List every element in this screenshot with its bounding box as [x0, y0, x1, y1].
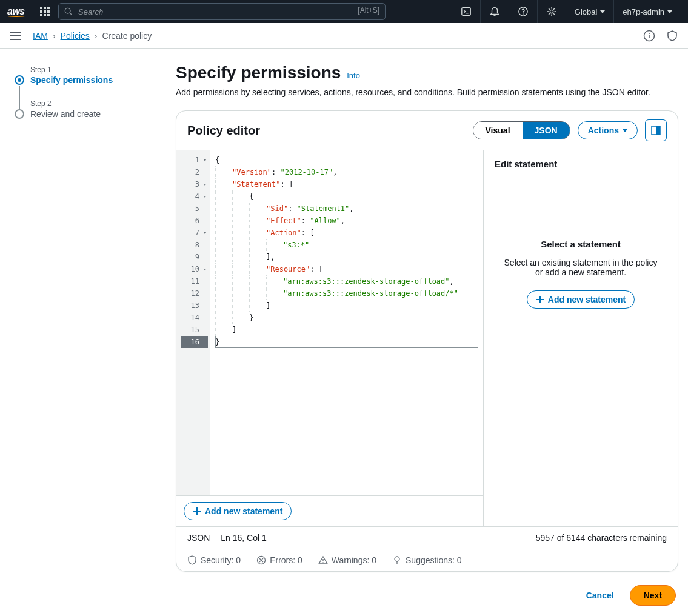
add-statement-button[interactable]: Add new statement	[184, 502, 292, 520]
toggle-side-panel-button[interactable]	[645, 119, 667, 141]
services-grid-icon[interactable]	[40, 7, 50, 16]
caret-down-icon	[667, 10, 672, 13]
search-input[interactable]	[58, 3, 386, 20]
next-button[interactable]: Next	[630, 585, 676, 606]
add-statement-label: Add new statement	[205, 506, 282, 516]
step-title: Specify permissions	[30, 75, 176, 85]
editor-mode: JSON	[187, 533, 210, 543]
panel-header: Policy editor Visual JSON Actions	[176, 111, 678, 150]
breadcrumb: IAM › Policies › Create policy	[33, 31, 152, 41]
search-container: [Alt+S]	[58, 3, 386, 20]
svg-point-6	[550, 10, 553, 13]
panel-collapse-icon	[650, 125, 661, 136]
tab-json[interactable]: JSON	[523, 122, 570, 139]
aws-logo-text: aws	[7, 6, 25, 16]
side-panel-title: Edit statement	[495, 159, 667, 169]
editor-mode-toggle: Visual JSON	[473, 121, 570, 139]
code-editor[interactable]: 12345678910111213141516 {"Version": "201…	[176, 150, 483, 495]
actions-dropdown[interactable]: Actions	[578, 121, 638, 139]
menu-toggle-icon[interactable]	[10, 32, 21, 40]
step-title: Review and create	[30, 109, 176, 119]
side-add-statement-button[interactable]: Add new statement	[527, 290, 635, 309]
chevron-right-icon: ›	[95, 31, 98, 41]
search-icon	[64, 7, 73, 16]
cloudshell-icon[interactable]	[452, 0, 480, 23]
policy-editor-panel: Policy editor Visual JSON Actions 123456…	[176, 110, 678, 572]
step-specify-permissions[interactable]: Step 1 Specify permissions	[12, 65, 176, 85]
page-title: Specify permissions	[176, 63, 341, 82]
svg-point-5	[523, 13, 523, 14]
lint-suggestions[interactable]: Suggestions: 0	[392, 555, 462, 565]
svg-rect-11	[656, 126, 660, 135]
lint-warnings[interactable]: Warnings: 0	[318, 555, 376, 565]
wizard-steps: Step 1 Specify permissions Step 2 Review…	[12, 63, 176, 606]
tab-visual[interactable]: Visual	[473, 122, 523, 139]
warning-icon	[318, 555, 328, 565]
caret-down-icon	[600, 10, 605, 13]
empty-state-title: Select a statement	[495, 239, 667, 249]
page-description: Add permissions by selecting services, a…	[176, 87, 678, 97]
region-selector[interactable]: Global	[566, 0, 614, 23]
svg-point-21	[395, 557, 399, 561]
help-icon[interactable]	[509, 0, 537, 23]
info-circle-icon[interactable]	[643, 30, 655, 42]
breadcrumb-policies[interactable]: Policies	[61, 31, 90, 41]
account-selector[interactable]: eh7p-admin	[613, 0, 681, 23]
lint-security[interactable]: Security: 0	[187, 555, 241, 565]
support-icon[interactable]	[666, 30, 678, 42]
breadcrumb-iam[interactable]: IAM	[33, 31, 48, 41]
svg-point-0	[65, 8, 70, 13]
code-column: 12345678910111213141516 {"Version": "201…	[176, 150, 484, 526]
plus-icon	[193, 507, 201, 515]
step-indicator-inactive-icon	[15, 109, 24, 119]
code-body[interactable]: {"Version": "2012-10-17","Statement": [{…	[210, 150, 483, 495]
top-nav: aws [Alt+S] Global eh7p-admin	[0, 0, 688, 23]
sub-header: IAM › Policies › Create policy	[0, 23, 688, 49]
step-label: Step 2	[30, 99, 176, 108]
info-link[interactable]: Info	[347, 71, 360, 80]
cursor-position: Ln 16, Col 1	[221, 533, 267, 543]
svg-line-1	[70, 13, 72, 15]
lint-errors[interactable]: Errors: 0	[256, 555, 302, 565]
account-label: eh7p-admin	[623, 7, 664, 16]
cancel-button[interactable]: Cancel	[578, 585, 623, 606]
region-label: Global	[575, 7, 598, 16]
search-shortcut-hint: [Alt+S]	[358, 6, 379, 15]
breadcrumb-current: Create policy	[102, 31, 152, 41]
lightbulb-icon	[392, 555, 402, 565]
actions-label: Actions	[588, 126, 619, 135]
plus-icon	[536, 295, 544, 304]
step-indicator-active-icon	[15, 75, 24, 85]
error-icon	[256, 555, 266, 565]
svg-point-20	[322, 562, 323, 563]
editor-split: 12345678910111213141516 {"Version": "201…	[176, 150, 678, 526]
main-content: Step 1 Specify permissions Step 2 Review…	[0, 49, 688, 616]
side-add-statement-label: Add new statement	[548, 295, 626, 304]
line-gutter: 12345678910111213141516	[176, 150, 210, 495]
empty-state-description: Select an existing statement in the poli…	[495, 258, 667, 277]
panel-title: Policy editor	[187, 124, 466, 138]
settings-icon[interactable]	[537, 0, 566, 23]
step-label: Step 1	[30, 65, 176, 74]
code-footer: Add new statement	[176, 495, 483, 526]
wizard-actions: Cancel Next	[176, 585, 678, 606]
step-review-and-create[interactable]: Step 2 Review and create	[12, 99, 176, 119]
notifications-icon[interactable]	[480, 0, 509, 23]
edit-statement-panel: Edit statement Select a statement Select…	[484, 150, 678, 526]
editor-status-bar: JSON Ln 16, Col 1 5957 of 6144 character…	[176, 526, 678, 549]
lint-bar: Security: 0 Errors: 0 Warnings: 0 Sugges…	[176, 549, 678, 571]
content-area: Specify permissions Info Add permissions…	[176, 63, 688, 606]
aws-logo[interactable]: aws	[7, 6, 25, 17]
svg-point-8	[649, 33, 650, 34]
char-count: 5957 of 6144 characters remaining	[536, 533, 667, 543]
caret-down-icon	[623, 129, 627, 132]
side-empty-state: Select a statement Select an existing st…	[495, 239, 667, 309]
chevron-right-icon: ›	[53, 31, 56, 41]
shield-icon	[187, 555, 197, 565]
